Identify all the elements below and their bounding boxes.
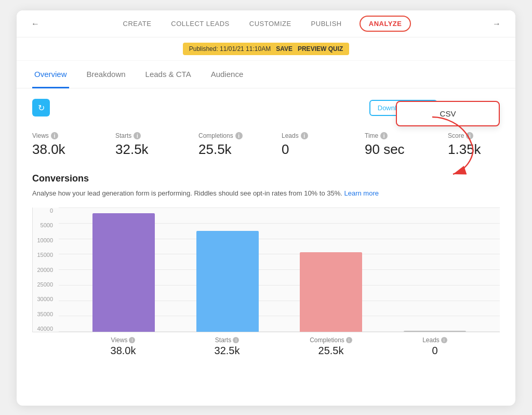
published-bar: Published: 11/01/21 11:10AM SAVE PREVIEW… [17, 37, 515, 61]
metric-score-value: 1.35k [448, 141, 500, 158]
metric-views-value: 38.0k [32, 141, 84, 158]
metric-leads-value: 0 [282, 141, 334, 158]
nav-items: CREATE COLLECT LEADS CUSTOMIZE PUBLISH A… [121, 16, 411, 32]
starts-info-icon[interactable]: i [134, 132, 141, 139]
y-label-0: 0 [33, 208, 56, 214]
chart-leads-info-icon[interactable]: i [441, 337, 447, 343]
x-label-completions: Completions i [310, 336, 352, 344]
x-label-group-views: Views i 38.0k [79, 336, 167, 357]
metric-completions-label: Completions i [198, 132, 250, 139]
x-axis-labels: Views i 38.0k Starts i 32.5k Completions [32, 332, 500, 361]
y-label-15000: 15000 [33, 252, 56, 258]
metric-views: Views i 38.0k [32, 132, 84, 158]
chart-completions-info-icon[interactable]: i [346, 337, 352, 343]
x-label-group-starts: Starts i 32.5k [183, 336, 271, 357]
y-label-5000: 5000 [33, 222, 56, 228]
nav-back-button[interactable]: ← [27, 17, 44, 31]
metric-starts-value: 32.5k [115, 141, 167, 158]
x-label-leads: Leads i [422, 336, 447, 344]
chart-starts-info-icon[interactable]: i [233, 337, 239, 343]
chart-area: 40000 35000 30000 25000 20000 15000 1000… [32, 208, 500, 332]
metric-views-label: Views i [32, 132, 84, 139]
nav-forward-button[interactable]: → [488, 17, 505, 31]
y-label-35000: 35000 [33, 311, 56, 317]
score-info-icon[interactable]: i [466, 132, 473, 139]
bars-wrapper [59, 208, 500, 332]
x-label-group-leads: Leads i 0 [391, 336, 479, 357]
bar-completions [300, 252, 362, 332]
y-label-30000: 30000 [33, 296, 56, 302]
conversions-title: Conversions [32, 173, 500, 184]
views-info-icon[interactable]: i [51, 132, 58, 139]
refresh-button[interactable]: ↻ [32, 99, 50, 116]
metric-time-value: 90 sec [365, 141, 417, 158]
y-label-10000: 10000 [33, 237, 56, 243]
chart-views-value: 38.0k [111, 345, 136, 357]
chart-completions-value: 25.5k [318, 345, 344, 357]
tab-breakdown[interactable]: Breakdown [85, 61, 128, 88]
chart-starts-value: 32.5k [215, 345, 240, 357]
y-label-25000: 25000 [33, 281, 56, 288]
app-container: ← CREATE COLLECT LEADS CUSTOMIZE PUBLISH… [17, 10, 515, 406]
tabs-row: Overview Breakdown Leads & CTA Audience [17, 61, 515, 88]
chart-views-info-icon[interactable]: i [129, 337, 135, 343]
top-nav: ← CREATE COLLECT LEADS CUSTOMIZE PUBLISH… [17, 10, 515, 37]
metric-starts-label: Starts i [115, 132, 167, 139]
leads-info-icon[interactable]: i [301, 132, 308, 139]
metric-score: Score i 1.35k [448, 132, 500, 158]
metric-completions: Completions i 25.5k [198, 132, 250, 158]
chart-leads-value: 0 [432, 345, 437, 357]
nav-item-collect-leads[interactable]: COLLECT LEADS [169, 16, 231, 32]
bar-starts [196, 231, 259, 332]
published-text: Published: 11/01/21 11:10AM [189, 45, 271, 53]
nav-item-create[interactable]: CREATE [121, 16, 154, 32]
tab-leads-cta[interactable]: Leads & CTA [143, 61, 193, 88]
y-label-20000: 20000 [33, 267, 56, 273]
x-label-starts: Starts i [215, 336, 239, 344]
y-axis-labels: 40000 35000 30000 25000 20000 15000 1000… [33, 208, 56, 332]
published-tag: Published: 11/01/21 11:10AM SAVE PREVIEW… [183, 43, 350, 55]
bar-views [92, 213, 155, 332]
metric-score-label: Score i [448, 132, 500, 139]
refresh-icon: ↻ [38, 103, 45, 113]
metric-time-label: Time i [365, 132, 417, 139]
y-label-40000: 40000 [33, 326, 56, 332]
bar-group-starts [183, 231, 272, 332]
metrics-row: Views i 38.0k Starts i 32.5k Completions… [32, 132, 500, 158]
completions-info-icon[interactable]: i [235, 132, 243, 139]
tab-audience[interactable]: Audience [209, 61, 246, 88]
x-label-views: Views i [111, 336, 136, 344]
time-info-icon[interactable]: i [380, 132, 388, 139]
metric-leads: Leads i 0 [282, 132, 334, 158]
metric-completions-value: 25.5k [198, 141, 250, 158]
csv-option[interactable]: CSV [405, 107, 490, 120]
preview-quiz-button[interactable]: PREVIEW QUIZ [298, 45, 343, 53]
learn-more-link[interactable]: Learn more [344, 189, 379, 197]
tab-overview[interactable]: Overview [32, 61, 69, 88]
bar-leads [404, 331, 466, 332]
save-button[interactable]: SAVE [276, 45, 292, 53]
conversions-desc: Analyse how your lead generation form is… [32, 189, 500, 197]
bar-group-completions [287, 252, 376, 332]
bar-group-views [79, 213, 168, 332]
nav-item-customize[interactable]: CUSTOMIZE [247, 16, 294, 32]
bar-group-leads [391, 331, 479, 332]
csv-dropdown: CSV [396, 101, 500, 126]
nav-item-publish[interactable]: PUBLISH [309, 16, 344, 32]
metric-time: Time i 90 sec [365, 132, 417, 158]
nav-item-analyze[interactable]: ANALYZE [360, 16, 411, 32]
metric-starts: Starts i 32.5k [115, 132, 167, 158]
x-label-group-completions: Completions i 25.5k [287, 336, 375, 357]
chart-container: 40000 35000 30000 25000 20000 15000 1000… [32, 208, 500, 353]
metric-leads-label: Leads i [282, 132, 334, 139]
content-area: ↻ Download stats ↓ All time More CSV Vie… [17, 88, 515, 372]
